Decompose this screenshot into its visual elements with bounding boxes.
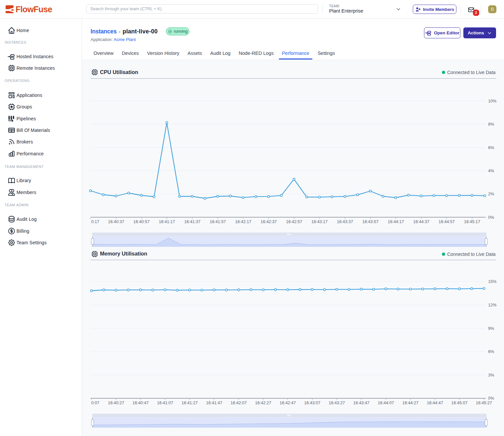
svg-text:16:42:47: 16:42:47	[280, 401, 296, 405]
svg-text:0:07: 0:07	[91, 401, 99, 405]
svg-text:8%: 8%	[488, 122, 494, 127]
svg-text:4%: 4%	[488, 169, 494, 173]
svg-text:16:41:47: 16:41:47	[206, 401, 222, 405]
svg-text:16:44:37: 16:44:37	[413, 219, 429, 224]
svg-text:16:41:07: 16:41:07	[157, 401, 173, 405]
svg-text:16:44:27: 16:44:27	[402, 401, 418, 405]
svg-text:16:42:07: 16:42:07	[231, 401, 247, 405]
svg-text:16:45:27: 16:45:27	[476, 401, 492, 405]
svg-text:16:44:57: 16:44:57	[439, 219, 455, 224]
svg-text:16:42:57: 16:42:57	[286, 219, 302, 224]
svg-text:16:45:17: 16:45:17	[464, 219, 480, 224]
svg-text:16:43:47: 16:43:47	[353, 401, 369, 405]
svg-text:16:40:57: 16:40:57	[134, 219, 150, 224]
svg-text:16:40:37: 16:40:37	[108, 219, 124, 224]
svg-text:10%: 10%	[488, 99, 496, 103]
svg-text:12%: 12%	[488, 303, 496, 307]
svg-text:16:44:07: 16:44:07	[378, 401, 394, 405]
svg-text:2%: 2%	[488, 192, 494, 196]
svg-text:3%: 3%	[488, 373, 494, 377]
svg-text:0:17: 0:17	[91, 219, 99, 224]
svg-text:9%: 9%	[488, 326, 494, 331]
svg-text:16:43:27: 16:43:27	[329, 401, 345, 405]
svg-text:6%: 6%	[488, 145, 494, 150]
svg-text:16:41:37: 16:41:37	[184, 219, 200, 224]
svg-text:16:41:17: 16:41:17	[159, 219, 175, 224]
svg-text:16:40:27: 16:40:27	[108, 401, 124, 405]
svg-text:16:41:27: 16:41:27	[181, 401, 198, 405]
svg-text:6%: 6%	[488, 349, 494, 354]
svg-text:16:42:17: 16:42:17	[235, 219, 251, 224]
svg-text:16:42:37: 16:42:37	[260, 219, 277, 224]
svg-text:16:43:37: 16:43:37	[337, 219, 353, 224]
svg-text:0%: 0%	[488, 215, 494, 220]
svg-text:16:43:17: 16:43:17	[311, 219, 328, 224]
svg-text:16:43:57: 16:43:57	[362, 219, 378, 224]
svg-text:16:44:17: 16:44:17	[388, 219, 404, 224]
svg-text:0%: 0%	[488, 396, 494, 401]
svg-text:16:42:27: 16:42:27	[255, 401, 271, 405]
svg-text:16:43:07: 16:43:07	[304, 401, 320, 405]
svg-text:16:40:47: 16:40:47	[133, 401, 149, 405]
svg-text:15%: 15%	[488, 279, 496, 284]
svg-text:16:41:57: 16:41:57	[210, 219, 226, 224]
svg-text:16:44:47: 16:44:47	[427, 401, 443, 405]
svg-text:16:45:07: 16:45:07	[451, 401, 468, 405]
